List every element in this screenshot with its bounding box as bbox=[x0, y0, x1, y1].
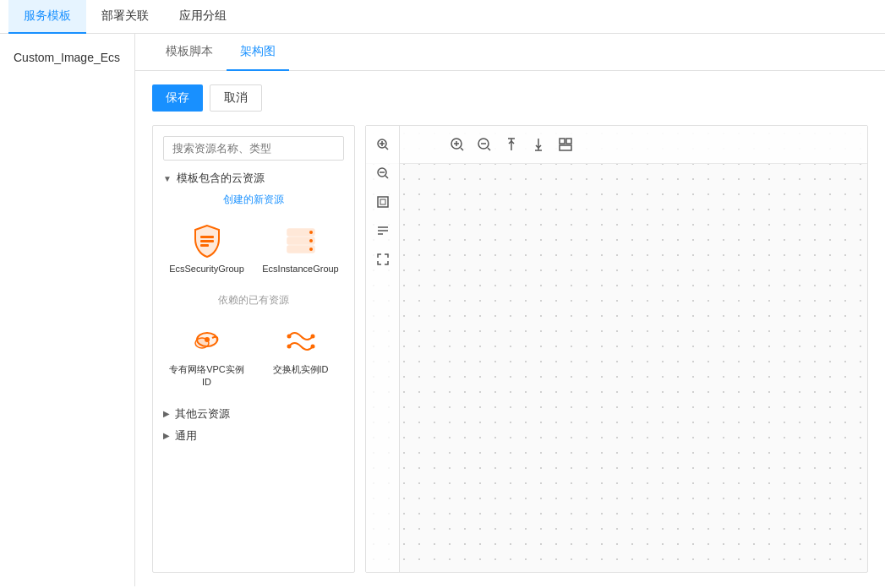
other-arrow-icon: ▶ bbox=[163, 409, 170, 418]
content-row: ▼ 模板包含的云资源 创建的新资源 bbox=[152, 125, 868, 573]
vpc-icon bbox=[188, 323, 226, 360]
svg-point-15 bbox=[310, 345, 314, 349]
align-top-icon[interactable] bbox=[500, 133, 523, 156]
tab-template-script[interactable]: 模板脚本 bbox=[152, 34, 227, 71]
zoom-in-icon[interactable] bbox=[445, 133, 469, 156]
svg-rect-38 bbox=[380, 199, 385, 204]
existing-label: 依赖的已有资源 bbox=[163, 293, 344, 308]
general-section-title: 通用 bbox=[175, 428, 197, 444]
align-bottom-icon[interactable] bbox=[527, 133, 550, 156]
action-buttons: 保存 取消 bbox=[152, 84, 868, 112]
ecs-security-item[interactable]: EcsSecurityGroup bbox=[163, 215, 250, 281]
save-button[interactable]: 保存 bbox=[152, 84, 203, 112]
canvas-zoom-out-icon[interactable] bbox=[371, 161, 395, 185]
svg-point-6 bbox=[309, 231, 313, 234]
template-name: Custom_Image_Ecs bbox=[14, 51, 120, 64]
svg-rect-37 bbox=[378, 197, 388, 207]
ecs-instance-item[interactable]: EcsInstanceGroup bbox=[257, 215, 344, 281]
general-arrow-icon: ▶ bbox=[163, 431, 170, 440]
canvas-top-toolbar bbox=[366, 126, 867, 164]
other-section-header[interactable]: ▶ 其他云资源 bbox=[163, 406, 344, 422]
left-sidebar: Custom_Image_Ecs bbox=[0, 34, 135, 586]
included-arrow-icon: ▼ bbox=[163, 174, 172, 183]
svg-rect-0 bbox=[200, 236, 214, 238]
canvas-zoom-in-icon[interactable] bbox=[371, 133, 395, 156]
svg-rect-1 bbox=[200, 240, 214, 242]
new-resources-grid: EcsSecurityGroup bbox=[163, 215, 344, 281]
top-tabs: 服务模板 部署关联 应用分组 bbox=[0, 0, 885, 34]
ecs-instance-icon bbox=[282, 222, 320, 259]
canvas-fullscreen-icon[interactable] bbox=[371, 248, 395, 271]
tab-architecture[interactable]: 架构图 bbox=[227, 34, 289, 71]
switch-label: 交换机实例ID bbox=[273, 363, 329, 375]
tab-app-group[interactable]: 应用分组 bbox=[164, 0, 242, 34]
svg-line-22 bbox=[488, 148, 490, 150]
switch-item[interactable]: 交换机实例ID bbox=[257, 316, 344, 395]
ecs-instance-label: EcsInstanceGroup bbox=[262, 263, 339, 275]
general-section-header[interactable]: ▶ 通用 bbox=[163, 428, 344, 444]
switch-icon bbox=[282, 323, 320, 360]
cancel-button[interactable]: 取消 bbox=[210, 84, 262, 112]
svg-point-7 bbox=[309, 239, 313, 242]
svg-line-36 bbox=[385, 176, 388, 178]
tab-deploy-relation[interactable]: 部署关联 bbox=[86, 0, 164, 34]
svg-line-33 bbox=[385, 147, 388, 150]
main-content: Custom_Image_Ecs 模板脚本 架构图 保存 取消 bbox=[0, 34, 885, 586]
tab-service-template[interactable]: 服务模板 bbox=[8, 0, 86, 34]
svg-point-13 bbox=[310, 335, 314, 339]
layout-icon[interactable] bbox=[554, 133, 577, 156]
canvas-collapse-icon[interactable] bbox=[371, 219, 395, 242]
tab-content: 保存 取消 ▼ 模板包含的云资源 创建的新资源 bbox=[135, 71, 885, 586]
vpc-item[interactable]: 专有网络VPC实例ID bbox=[163, 316, 250, 395]
ecs-security-icon bbox=[188, 222, 226, 259]
svg-rect-27 bbox=[560, 139, 565, 144]
right-panel: 模板脚本 架构图 保存 取消 ▼ bbox=[135, 34, 885, 586]
resource-panel: ▼ 模板包含的云资源 创建的新资源 bbox=[152, 125, 355, 573]
zoom-out-icon[interactable] bbox=[473, 133, 496, 156]
svg-rect-28 bbox=[566, 139, 571, 144]
svg-rect-29 bbox=[560, 145, 571, 150]
included-section-header[interactable]: ▼ 模板包含的云资源 bbox=[163, 171, 344, 186]
app-container: 服务模板 部署关联 应用分组 Custom_Image_Ecs 模板脚本 架构图… bbox=[0, 0, 885, 588]
existing-resources-grid: 专有网络VPC实例ID bbox=[163, 316, 344, 395]
svg-point-11 bbox=[205, 337, 210, 342]
svg-point-14 bbox=[287, 345, 291, 349]
other-section-title: 其他云资源 bbox=[175, 406, 230, 422]
svg-point-8 bbox=[309, 248, 313, 251]
vpc-label: 专有网络VPC实例ID bbox=[167, 363, 247, 388]
included-section-title: 模板包含的云资源 bbox=[177, 171, 265, 186]
svg-rect-2 bbox=[200, 244, 209, 247]
canvas-left-toolbar bbox=[366, 126, 400, 572]
create-new-label: 创建的新资源 bbox=[163, 193, 344, 207]
ecs-security-label: EcsSecurityGroup bbox=[169, 263, 244, 275]
canvas-area bbox=[365, 125, 868, 573]
search-input[interactable] bbox=[163, 136, 344, 161]
svg-line-19 bbox=[461, 148, 463, 150]
canvas-fit-icon[interactable] bbox=[371, 190, 395, 214]
sub-tabs: 模板脚本 架构图 bbox=[135, 34, 885, 71]
svg-point-12 bbox=[287, 335, 291, 339]
